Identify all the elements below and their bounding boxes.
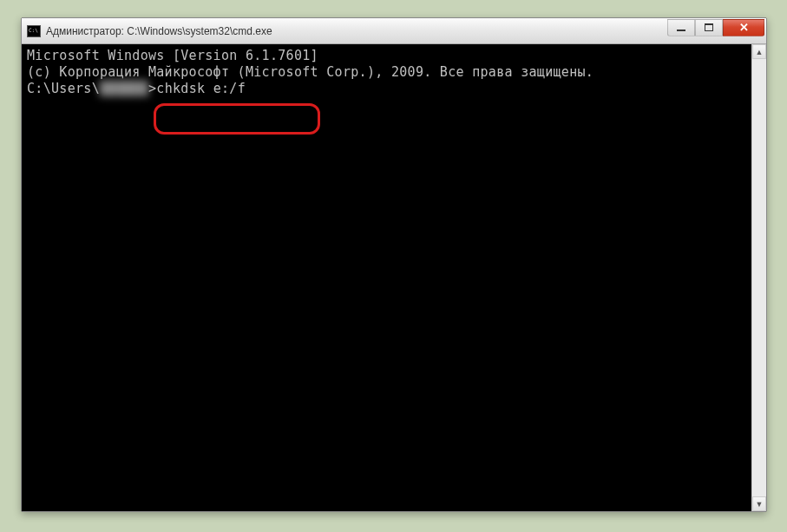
- prompt-separator: >: [148, 81, 156, 97]
- cmd-window: Администратор: C:\Windows\system32\cmd.e…: [21, 17, 767, 512]
- scroll-up-icon: ▲: [756, 48, 764, 56]
- cmd-icon: [27, 25, 41, 37]
- minimize-button[interactable]: [667, 19, 695, 36]
- scroll-up-button[interactable]: ▲: [752, 44, 766, 59]
- scroll-track[interactable]: [752, 59, 766, 496]
- console-body: Microsoft Windows [Version 6.1.7601] (c)…: [22, 44, 766, 511]
- command-text: chkdsk e:/f: [156, 81, 246, 97]
- version-line: Microsoft Windows [Version 6.1.7601]: [27, 48, 746, 64]
- scroll-down-icon: ▼: [756, 500, 764, 509]
- minimize-icon: [677, 30, 685, 31]
- maximize-icon: [705, 23, 713, 31]
- close-button[interactable]: ✕: [723, 19, 764, 36]
- prompt-path: C:\Users\: [27, 81, 100, 97]
- maximize-button[interactable]: [695, 19, 723, 36]
- window-controls: ✕: [667, 19, 764, 36]
- copyright-line: (c) Корпорация Майкрософт (Microsoft Cor…: [27, 64, 746, 81]
- scroll-down-button[interactable]: ▼: [752, 496, 766, 511]
- window-title: Администратор: C:\Windows\system32\cmd.e…: [46, 25, 667, 37]
- close-icon: ✕: [739, 22, 749, 33]
- prompt-username-hidden: ██████: [100, 81, 148, 97]
- titlebar[interactable]: Администратор: C:\Windows\system32\cmd.e…: [22, 18, 766, 44]
- console-output[interactable]: Microsoft Windows [Version 6.1.7601] (c)…: [22, 44, 751, 511]
- vertical-scrollbar[interactable]: ▲ ▼: [751, 44, 766, 511]
- prompt-line: C:\Users\██████>chkdsk e:/f: [27, 81, 746, 97]
